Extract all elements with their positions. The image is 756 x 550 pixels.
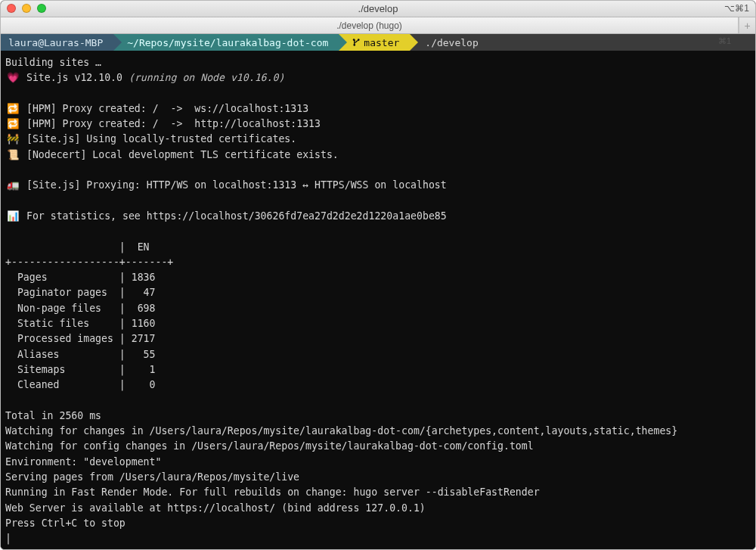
- tab-label: ./develop (hugo): [336, 20, 402, 31]
- out-fastrender: Running in Fast Render Mode. For full re…: [5, 486, 540, 498]
- tab-bar: ./develop (hugo) + ⌘1: [1, 17, 755, 34]
- prompt-branch-segment: master: [339, 34, 410, 51]
- prompt-path: ~/Repos/mysite/laurakalbag-dot-com: [113, 34, 339, 51]
- table-rule: +------------------+-------+: [5, 256, 173, 268]
- terminal-window: ./develop ⌥⌘1 ./develop (hugo) + ⌘1 laur…: [0, 0, 756, 550]
- truck-icon: 🚛: [5, 178, 20, 193]
- prompt-bar: laura@Lauras-MBP ~/Repos/mysite/laurakal…: [1, 34, 755, 51]
- table-row: Static files | 1160: [5, 318, 167, 329]
- close-icon[interactable]: [7, 4, 16, 13]
- window-shortcut: ⌥⌘1: [724, 3, 749, 14]
- heart-icon: 💗: [5, 70, 20, 85]
- out-proxying: [Site.js] Proxying: HTTP/WS on localhost…: [20, 179, 447, 191]
- title-bar: ./develop ⌥⌘1: [1, 1, 755, 17]
- out-total: Total in 2560 ms: [5, 410, 101, 421]
- tab-develop[interactable]: ./develop (hugo): [1, 17, 739, 33]
- prompt-command: ./develop: [410, 37, 478, 48]
- table-row: Paginator pages | 47: [5, 287, 167, 298]
- zoom-icon[interactable]: [37, 4, 46, 13]
- prompt-user-host: laura@Lauras-MBP: [1, 34, 113, 51]
- scroll-icon: 📜: [5, 148, 20, 163]
- chart-icon: 📊: [5, 209, 20, 224]
- traffic-lights: [7, 4, 46, 13]
- table-row: Aliases | 55: [5, 349, 167, 360]
- table-row: Non-page files | 698: [5, 303, 167, 314]
- cursor: |: [5, 533, 11, 544]
- out-stats: For statistics, see https://localhost/30…: [20, 210, 447, 222]
- loop-icon: 🔁: [5, 117, 20, 132]
- out-environment: Environment: "development": [5, 456, 161, 468]
- new-tab-button[interactable]: +: [739, 17, 755, 33]
- git-branch-icon: [352, 38, 361, 47]
- out-proxy-http: [HPM] Proxy created: / -> http://localho…: [20, 118, 321, 129]
- out-webserver: Web Server is available at https://local…: [5, 502, 426, 514]
- table-header: | EN: [5, 241, 167, 253]
- loop-icon: 🔁: [5, 101, 20, 117]
- terminal-output[interactable]: Building sites … 💗 Site.js v12.10.0 (run…: [1, 51, 755, 550]
- out-node-version: (running on Node v10.16.0): [129, 72, 284, 83]
- out-certs: [Site.js] Using locally-trusted certific…: [20, 133, 296, 144]
- prompt-branch: master: [364, 37, 399, 48]
- minimize-icon[interactable]: [22, 4, 31, 13]
- out-building: Building sites …: [5, 57, 101, 68]
- tab-shortcut: ⌘1: [718, 36, 731, 46]
- out-watch-changes: Watching for changes in /Users/laura/Rep…: [5, 425, 677, 437]
- construction-icon: 🚧: [5, 132, 20, 147]
- window-title: ./develop: [358, 3, 398, 14]
- table-row: Pages | 1836: [5, 272, 167, 283]
- table-row: Sitemaps | 1: [5, 364, 167, 375]
- out-stop: Press Ctrl+C to stop: [5, 517, 125, 529]
- out-serving: Serving pages from /Users/laura/Repos/my…: [5, 471, 299, 483]
- table-row: Processed images | 2717: [5, 333, 167, 344]
- out-nodecert: [Nodecert] Local development TLS certifi…: [20, 149, 339, 160]
- out-watch-config: Watching for config changes in /Users/la…: [5, 440, 534, 452]
- table-row: Cleaned | 0: [5, 379, 167, 390]
- out-proxy-ws: [HPM] Proxy created: / -> ws://localhost…: [20, 103, 308, 114]
- out-site-version: Site.js v12.10.0: [20, 72, 129, 83]
